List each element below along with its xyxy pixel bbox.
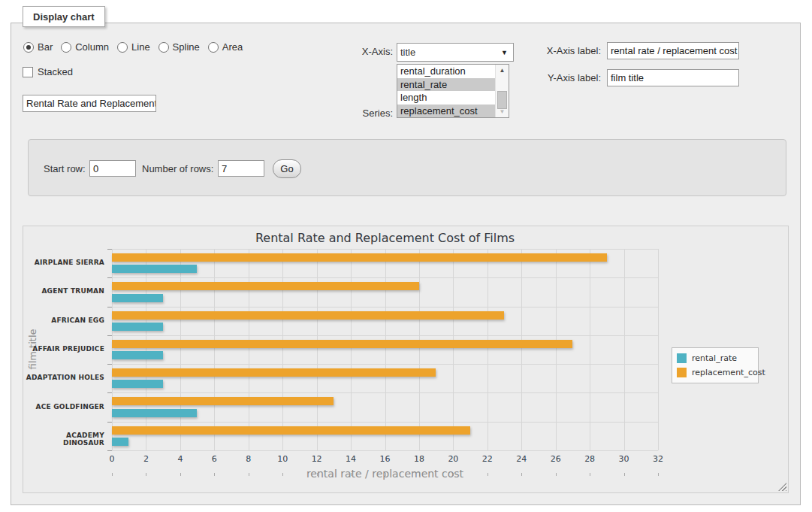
bar-replacement_cost[interactable] <box>112 368 436 377</box>
stacked-label: Stacked <box>38 66 73 77</box>
gridline-h <box>112 450 658 451</box>
radio-icon[interactable] <box>158 42 169 53</box>
chart-container: Rental Rate and Replacement Cost of Film… <box>23 226 789 493</box>
category-label: ACE GOLDFINGER <box>23 403 104 411</box>
y-axis-tick <box>107 392 112 393</box>
y-axis-tick <box>107 307 112 308</box>
x-axis-label-input[interactable]: rental rate / replacement cost <box>607 42 739 59</box>
gridline-h <box>112 307 658 308</box>
category-label: AFFAIR PREJUDICE <box>23 345 104 353</box>
x-tick-label: 0 <box>98 454 125 464</box>
x-axis-select[interactable]: title ▼ <box>397 43 514 62</box>
category-label: ACADEMY DINOSAUR <box>23 432 104 447</box>
category-label: AFRICAN EGG <box>23 317 104 324</box>
x-tick-label: 28 <box>576 454 603 464</box>
num-rows-input[interactable]: 7 <box>218 160 264 177</box>
radio-icon[interactable] <box>208 42 219 53</box>
y-axis-tick <box>107 422 112 423</box>
series-option-rental_duration[interactable]: rental_duration <box>397 65 496 78</box>
x-tick-label: 26 <box>542 454 569 464</box>
chevron-down-icon: ▼ <box>501 49 508 56</box>
chart-type-option-bar[interactable]: Bar <box>23 41 53 53</box>
scroll-up-icon[interactable]: ▲ <box>496 65 509 76</box>
gridline-h <box>112 277 658 278</box>
gridline-v <box>419 249 420 450</box>
series-options: rental_durationrental_ratelengthreplacem… <box>397 65 496 117</box>
chart-type-option-area[interactable]: Area <box>208 41 243 53</box>
legend-item-rental_rate[interactable]: rental_rate <box>677 351 753 365</box>
x-axis-label-label: X-Axis label: <box>518 45 601 56</box>
stacked-checkbox[interactable] <box>23 67 33 77</box>
go-button[interactable]: Go <box>273 159 301 178</box>
radio-label: Column <box>75 41 109 53</box>
x-axis-title: rental rate / replacement cost <box>112 468 658 480</box>
bar-rental_rate[interactable] <box>112 294 163 302</box>
series-option-rental_rate[interactable]: rental_rate <box>397 78 496 92</box>
legend-swatch <box>677 368 687 377</box>
bar-rental_rate[interactable] <box>112 438 128 446</box>
radio-label: Line <box>131 41 150 53</box>
resize-handle-icon[interactable] <box>778 483 786 491</box>
bar-rental_rate[interactable] <box>112 409 197 417</box>
x-tick-label: 4 <box>167 454 194 464</box>
num-rows-label: Number of rows: <box>142 163 213 174</box>
gridline-v <box>351 249 352 450</box>
series-scrollbar[interactable]: ▲ ▼ <box>495 65 509 117</box>
radio-icon[interactable] <box>117 42 128 53</box>
radio-icon[interactable] <box>61 42 71 53</box>
series-option-length[interactable]: length <box>397 91 496 105</box>
x-tick-label: 20 <box>439 454 466 464</box>
x-tick-label: 24 <box>508 454 535 464</box>
chart-type-radiogroup: BarColumnLineSplineArea <box>23 41 251 53</box>
gridline-v <box>112 249 113 450</box>
gridline-v <box>521 249 522 450</box>
chart-type-option-spline[interactable]: Spline <box>158 41 200 53</box>
y-axis-label-label: Y-Axis label: <box>518 72 601 83</box>
bar-replacement_cost[interactable] <box>112 397 334 405</box>
gridline-v <box>146 249 146 450</box>
bar-replacement_cost[interactable] <box>112 426 470 435</box>
stacked-option[interactable]: Stacked <box>23 66 73 77</box>
chart-title-input[interactable]: Rental Rate and Replacement Cost of Film… <box>23 95 156 112</box>
bar-rental_rate[interactable] <box>112 351 163 359</box>
x-tick-label: 8 <box>235 454 262 464</box>
y-axis-tick <box>107 249 112 250</box>
bar-replacement_cost[interactable] <box>112 253 607 262</box>
legend-item-replacement_cost[interactable]: replacement_cost <box>677 365 753 380</box>
x-tick-label: 14 <box>337 454 364 464</box>
x-axis-selected-value: title <box>400 47 415 58</box>
bar-replacement_cost[interactable] <box>112 340 572 348</box>
x-tick-label: 12 <box>303 454 331 464</box>
plot-area <box>112 249 658 450</box>
start-row-label: Start row: <box>44 163 86 174</box>
chart-legend: rental_ratereplacement_cost <box>672 347 759 383</box>
gridline-v <box>658 249 659 450</box>
bar-replacement_cost[interactable] <box>112 311 504 320</box>
bar-rental_rate[interactable] <box>112 265 197 273</box>
chart-type-option-line[interactable]: Line <box>117 41 150 53</box>
fieldset-legend: Display chart <box>23 6 105 27</box>
y-axis-label-input[interactable]: film title <box>607 69 739 86</box>
x-tick-label: 10 <box>269 454 296 464</box>
series-multiselect[interactable]: rental_durationrental_ratelengthreplacem… <box>397 64 509 118</box>
start-row-input[interactable]: 0 <box>89 160 136 177</box>
bar-rental_rate[interactable] <box>112 380 163 388</box>
series-option-replacement_cost[interactable]: replacement_cost <box>397 105 496 118</box>
gridline-v <box>385 249 386 450</box>
legend-label: rental_rate <box>692 353 737 363</box>
x-tick-label: 32 <box>644 454 672 464</box>
gridline-v <box>453 249 454 450</box>
gridline-h <box>112 364 658 365</box>
bar-rental_rate[interactable] <box>112 323 163 331</box>
radio-icon[interactable] <box>23 42 34 53</box>
gridline-v <box>282 249 283 450</box>
chart-type-option-column[interactable]: Column <box>61 41 109 53</box>
x-tick-label: 30 <box>611 454 638 464</box>
category-label: AGENT TRUMAN <box>23 287 104 295</box>
gridline-h <box>112 392 658 393</box>
bar-replacement_cost[interactable] <box>112 282 419 290</box>
x-axis-select-label: X-Axis: <box>323 46 393 57</box>
scroll-down-icon[interactable]: ▼ <box>496 106 509 117</box>
x-tick-label: 16 <box>372 454 399 464</box>
category-label: AIRPLANE SIERRA <box>23 259 104 266</box>
